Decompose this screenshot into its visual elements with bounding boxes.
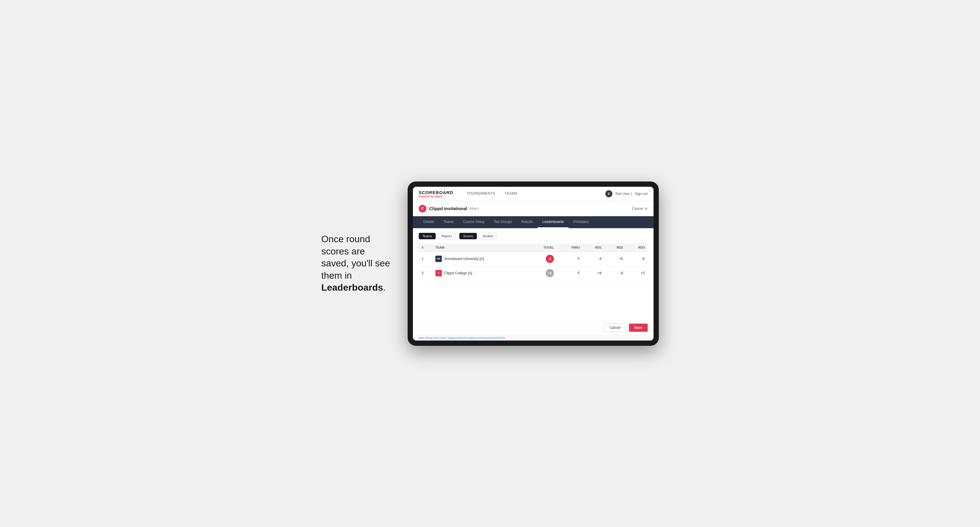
tab-teams[interactable]: Teams — [439, 216, 458, 228]
logo-powered: Powered by clippd — [419, 195, 453, 198]
desc-leaderboards: Leaderboards — [321, 282, 383, 293]
total-2: +3 — [528, 266, 557, 280]
tournament-header: C Clippd Invitational (Men) Cancel ✕ — [413, 202, 654, 216]
col-thru: THRU — [557, 243, 583, 252]
description-text: Once round scores are saved, you'll see … — [321, 233, 390, 294]
nav-right: S Test User | Sign out — [605, 190, 648, 197]
nav-tournaments[interactable]: TOURNAMENTS — [462, 187, 500, 202]
tab-tee-groups[interactable]: Tee Groups — [489, 216, 517, 228]
desc-line3: saved, you'll see — [321, 258, 390, 268]
thru-2: F — [557, 266, 583, 280]
team-logo-2: C — [435, 270, 442, 276]
leaderboard-table: # TEAM TOTAL THRU RD1 RD2 RD3 1 — [419, 243, 648, 281]
save-button[interactable]: Save — [629, 324, 648, 332]
user-name: Test User | — [615, 192, 632, 196]
col-team: TEAM — [433, 243, 528, 252]
team-name-1: SB Scoreboard University [A] — [433, 252, 528, 266]
tournament-subtitle: (Men) — [469, 206, 479, 211]
close-icon: ✕ — [645, 206, 648, 211]
cancel-button[interactable]: Cancel — [604, 323, 626, 332]
sub-nav: Details Teams Course Setup Tee Groups Re… — [413, 216, 654, 228]
sign-out-link[interactable]: Sign out — [635, 192, 648, 196]
tab-leaderboards[interactable]: Leaderboards — [538, 216, 568, 228]
tournament-icon: C — [419, 205, 426, 213]
rd1-1: -4 — [583, 252, 605, 266]
tablet-screen: SCOREBOARD Powered by clippd TOURNAMENTS… — [413, 187, 654, 341]
url-bar: https://stage-blue-coach.stagescoreboard… — [413, 335, 654, 341]
col-total: TOTAL — [528, 243, 557, 252]
filter-players[interactable]: Players — [438, 233, 456, 239]
table-header-row: # TEAM TOTAL THRU RD1 RD2 RD3 — [419, 243, 648, 252]
thru-1: F — [557, 252, 583, 266]
tablet-device: SCOREBOARD Powered by clippd TOURNAMENTS… — [408, 181, 659, 346]
bottom-bar: Cancel Save — [413, 320, 654, 335]
rank-2: 2 — [419, 266, 433, 280]
rd2-2: -8 — [605, 266, 626, 280]
col-rd2: RD2 — [605, 243, 626, 252]
user-avatar: S — [605, 190, 612, 197]
table-row: 2 C Clippd College [A] +3 F — [419, 266, 648, 280]
filter-scores[interactable]: Scores — [459, 233, 477, 239]
table-row: 1 SB Scoreboard University [A] -5 F — [419, 252, 648, 266]
desc-line1: Once round — [321, 234, 370, 244]
team-logo-1: SB — [435, 256, 442, 262]
col-rank: # — [419, 243, 433, 252]
nav-links: TOURNAMENTS TEAMS — [462, 187, 605, 202]
team-name-2: C Clippd College [A] — [433, 266, 528, 280]
filter-teams[interactable]: Teams — [419, 233, 436, 239]
rd3-1: -6 — [626, 252, 648, 266]
desc-line4: them in — [321, 270, 352, 281]
total-1: -5 — [528, 252, 557, 266]
rd1-2: +8 — [583, 266, 605, 280]
logo-area: SCOREBOARD Powered by clippd — [419, 190, 453, 198]
score-badge-2: +3 — [546, 269, 554, 277]
cancel-top-button[interactable]: Cancel ✕ — [632, 206, 648, 211]
rank-1: 1 — [419, 252, 433, 266]
logo-text: SCOREBOARD — [419, 190, 453, 195]
filter-bar: Teams Players Scores Strokes — [419, 233, 648, 239]
top-nav: SCOREBOARD Powered by clippd TOURNAMENTS… — [413, 187, 654, 202]
tab-results[interactable]: Results — [517, 216, 538, 228]
col-rd3: RD3 — [626, 243, 648, 252]
tab-printables[interactable]: Printables — [568, 216, 593, 228]
rd3-2: +3 — [626, 266, 648, 280]
tab-details[interactable]: Details — [419, 216, 439, 228]
nav-teams[interactable]: TEAMS — [500, 187, 522, 202]
empty-space — [419, 281, 648, 316]
tab-course-setup[interactable]: Course Setup — [458, 216, 489, 228]
filter-strokes[interactable]: Strokes — [479, 233, 497, 239]
rd2-1: +5 — [605, 252, 626, 266]
score-badge-1: -5 — [546, 255, 554, 263]
desc-line2: scores are — [321, 246, 365, 257]
content-area: Teams Players Scores Strokes # TEAM TOTA… — [413, 228, 654, 320]
tournament-title: Clippd Invitational — [429, 206, 467, 211]
col-rd1: RD1 — [583, 243, 605, 252]
